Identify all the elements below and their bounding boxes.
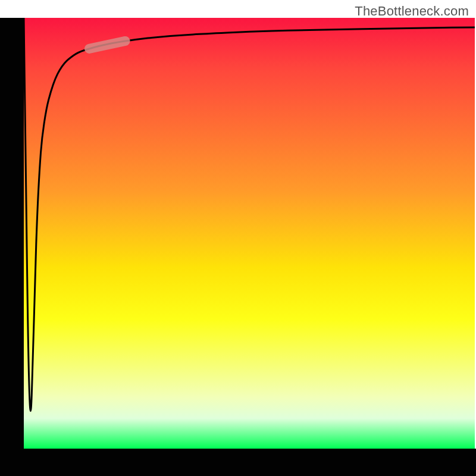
y-axis xyxy=(0,18,24,452)
attribution-text: TheBottleneck.com xyxy=(355,4,469,19)
bottleneck-chart xyxy=(0,0,476,476)
x-axis xyxy=(0,449,476,476)
chart-frame: TheBottleneck.com xyxy=(0,0,476,476)
plot-background xyxy=(24,18,475,449)
